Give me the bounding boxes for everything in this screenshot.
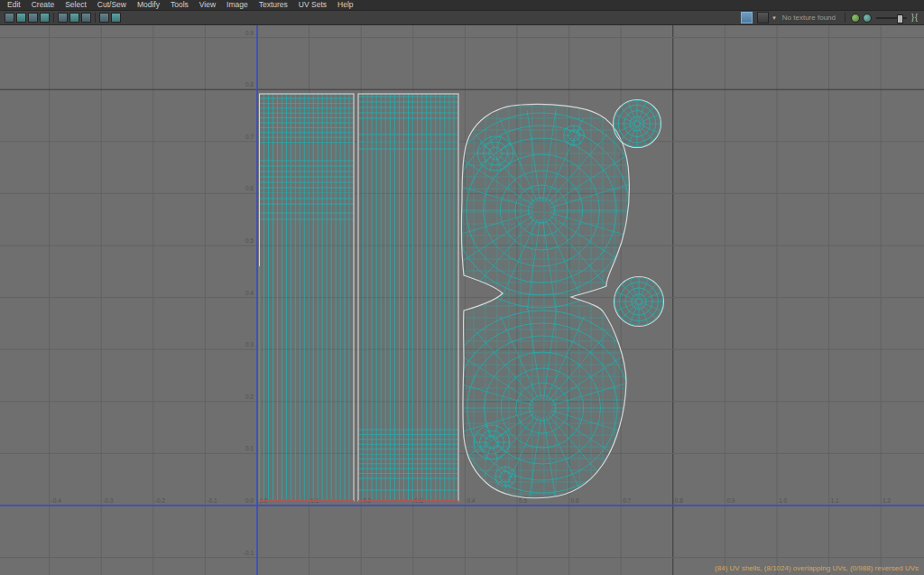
svg-text:0.6: 0.6 [245, 185, 254, 191]
svg-text:0.4: 0.4 [245, 290, 254, 296]
toolbar-separator [53, 13, 54, 23]
svg-text:-0.1: -0.1 [207, 497, 217, 504]
uv-shaded-display-icon[interactable] [16, 13, 26, 23]
menu-select[interactable]: Select [60, 0, 92, 10]
menu-image[interactable]: Image [221, 0, 254, 10]
svg-text:0.0: 0.0 [245, 497, 254, 504]
update-psd-icon[interactable] [851, 14, 860, 23]
svg-text:1.0: 1.0 [779, 497, 787, 504]
svg-text:0.8: 0.8 [675, 497, 683, 504]
svg-text:0.1: 0.1 [245, 445, 254, 451]
svg-text:-0.3: -0.3 [103, 497, 114, 504]
header: EditCreateSelectCut/SewModifyToolsViewIm… [0, 0, 924, 25]
toolbar-right-group: ▾ No texture found }{ [740, 12, 920, 23]
texture-picker-caret-icon[interactable]: ▾ [772, 12, 776, 23]
svg-text:0.9: 0.9 [726, 497, 735, 504]
grid-snap-icon[interactable] [58, 13, 68, 23]
isolate-select-icon[interactable] [99, 13, 109, 23]
svg-text:0.2: 0.2 [245, 394, 254, 400]
texture-picker-icon[interactable] [757, 12, 769, 23]
svg-text:0.6: 0.6 [571, 497, 579, 504]
svg-text:0.5: 0.5 [245, 237, 254, 244]
texture-status-label: No texture found [779, 14, 839, 22]
svg-text:-0.1: -0.1 [244, 550, 254, 556]
menu-tools[interactable]: Tools [165, 0, 194, 10]
menu-help[interactable]: Help [332, 0, 358, 10]
svg-text:0.4: 0.4 [467, 497, 475, 504]
svg-text:0.7: 0.7 [245, 134, 254, 140]
svg-text:0.5: 0.5 [519, 497, 527, 504]
checker-map-display-icon[interactable] [40, 13, 50, 23]
icon-toolbar: ▾ No texture found }{ [0, 11, 924, 25]
svg-text:1.1: 1.1 [831, 497, 839, 504]
menu-modify[interactable]: Modify [132, 0, 165, 10]
svg-text:-0.2: -0.2 [155, 497, 166, 504]
image-display-toggle-icon[interactable] [741, 12, 753, 23]
uv-editor-viewport[interactable]: -0.4-0.3-0.2-0.10.00.10.20.30.40.50.60.7… [0, 0, 924, 575]
uv-statistics-readout: (84) UV shells, (8/1024) overlapping UVs… [715, 564, 919, 572]
menu-view[interactable]: View [194, 0, 221, 10]
svg-text:1.2: 1.2 [882, 497, 891, 504]
svg-text:0.7: 0.7 [623, 497, 631, 504]
menu-edit[interactable]: Edit [2, 0, 26, 10]
uv-distortion-display-icon[interactable] [28, 13, 38, 23]
svg-text:0.8: 0.8 [245, 81, 254, 88]
toolbar-separator [95, 13, 96, 23]
toolbar-separator [845, 13, 845, 23]
image-dim-slider[interactable] [876, 13, 907, 23]
pixel-snap-icon[interactable] [69, 13, 79, 23]
polygon-display-icon[interactable] [5, 13, 14, 23]
menu-uvsets[interactable]: UV Sets [293, 0, 332, 10]
menu-textures[interactable]: Textures [254, 0, 293, 10]
svg-text:0.3: 0.3 [245, 341, 254, 348]
texture-borders-icon[interactable] [81, 13, 91, 23]
svg-text:0.9: 0.9 [245, 30, 254, 36]
menu-cutsew[interactable]: Cut/Sew [92, 0, 132, 10]
slider-handle[interactable] [897, 14, 903, 23]
svg-text:-0.4: -0.4 [51, 497, 62, 504]
isolate-add-icon[interactable] [111, 13, 121, 23]
toolbar-left-group [4, 13, 122, 23]
menu-bar: EditCreateSelectCut/SewModifyToolsViewIm… [0, 0, 924, 11]
refresh-image-icon[interactable] [863, 14, 872, 23]
frame-brackets-icon[interactable]: }{ [911, 12, 919, 23]
menu-create[interactable]: Create [26, 0, 60, 10]
